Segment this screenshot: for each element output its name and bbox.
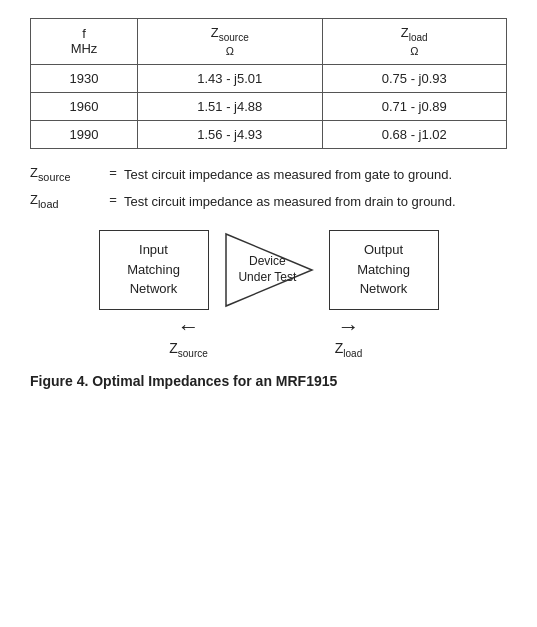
impedance-table: fMHz Zsource Ω Zload Ω 1930 1.43 - j5.01… [30, 18, 507, 149]
def-zsource-sub: source [38, 170, 71, 182]
def-desc-zsource: Test circuit impedance as measured from … [124, 165, 507, 185]
def-row-zsource: Zsource = Test circuit impedance as meas… [30, 165, 507, 185]
input-matching-network-box: InputMatchingNetwork [99, 230, 209, 310]
def-zload-sub: load [38, 198, 58, 210]
col-freq-header: fMHz [31, 19, 138, 65]
cell-freq: 1930 [31, 64, 138, 92]
def-term-zsource: Zsource [30, 165, 102, 183]
zsource-arrow-label: Zsource [169, 340, 208, 359]
output-matching-network-box: OutputMatchingNetwork [329, 230, 439, 310]
device-triangle-svg [224, 232, 314, 308]
zsource-sub: source [219, 32, 249, 43]
figure-caption: Figure 4. Optimal Impedances for an MRF1… [30, 372, 507, 392]
svg-marker-0 [226, 234, 312, 306]
definitions-section: Zsource = Test circuit impedance as meas… [30, 165, 507, 212]
def-term-zload: Zload [30, 192, 102, 210]
table-row: 1930 1.43 - j5.01 0.75 - j0.93 [31, 64, 507, 92]
cell-zload: 0.75 - j0.93 [322, 64, 507, 92]
cell-zsource: 1.43 - j5.01 [138, 64, 322, 92]
output-box-label: OutputMatchingNetwork [357, 240, 410, 299]
zload-arrow-label: Zload [335, 340, 362, 359]
zsource-arrow-sub: source [178, 347, 208, 358]
def-row-zload: Zload = Test circuit impedance as measur… [30, 192, 507, 212]
page-wrapper: fMHz Zsource Ω Zload Ω 1930 1.43 - j5.01… [30, 18, 507, 392]
col-zsource-header: Zsource Ω [138, 19, 322, 65]
zload-arrow-sub: load [343, 347, 362, 358]
device-under-test-container: DeviceUnder Test [209, 230, 329, 310]
arrow-block-zsource: ← Zsource [109, 316, 269, 359]
input-box-label: InputMatchingNetwork [127, 240, 180, 299]
table-row: 1960 1.51 - j4.88 0.71 - j0.89 [31, 92, 507, 120]
zload-sub: load [409, 32, 428, 43]
left-arrow-symbol: ← [178, 316, 200, 338]
def-desc-zload: Test circuit impedance as measured from … [124, 192, 507, 212]
cell-zsource: 1.51 - j4.88 [138, 92, 322, 120]
arrows-row: ← Zsource → Zload [30, 316, 507, 359]
def-eq-2: = [102, 192, 124, 207]
cell-freq: 1990 [31, 120, 138, 148]
cell-zload: 0.68 - j1.02 [322, 120, 507, 148]
cell-zload: 0.71 - j0.89 [322, 92, 507, 120]
def-eq-1: = [102, 165, 124, 180]
diagram-area: InputMatchingNetwork DeviceUnder Test Ou… [30, 230, 507, 359]
arrow-block-zload: → Zload [269, 316, 429, 359]
cell-freq: 1960 [31, 92, 138, 120]
right-arrow-symbol: → [338, 316, 360, 338]
table-row: 1990 1.56 - j4.93 0.68 - j1.02 [31, 120, 507, 148]
cell-zsource: 1.56 - j4.93 [138, 120, 322, 148]
diagram-row: InputMatchingNetwork DeviceUnder Test Ou… [30, 230, 507, 310]
col-zload-header: Zload Ω [322, 19, 507, 65]
